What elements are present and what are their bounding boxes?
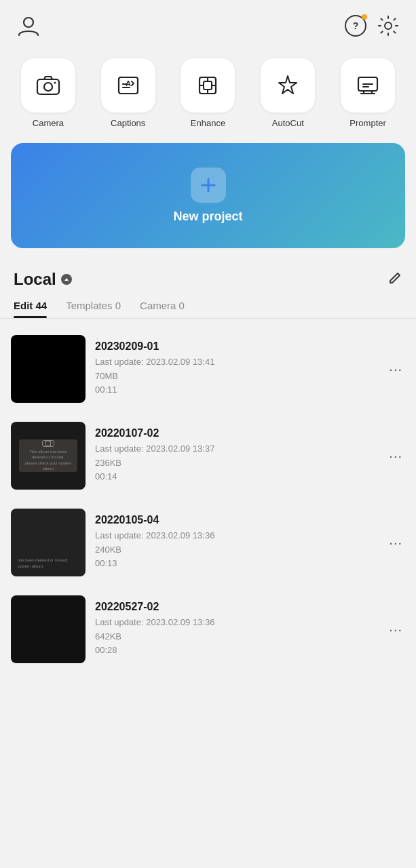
tool-enhance[interactable]: Enhance: [181, 58, 235, 128]
project-size: 642KB: [95, 631, 121, 642]
project-meta: Last update: 2023.02.09 13:41 70MB 00:11: [95, 355, 377, 397]
project-name: 20230209-01: [95, 340, 377, 353]
project-size: 236KB: [95, 458, 121, 468]
project-item[interactable]: 20230209-01 Last update: 2023.02.09 13:4…: [0, 326, 416, 412]
header: ?: [0, 0, 416, 47]
project-last-update: Last update: 2023.02.09 13:36: [95, 530, 214, 540]
project-duration: 00:28: [95, 645, 117, 655]
tab-edit[interactable]: Edit 44: [14, 294, 47, 318]
project-name: 20220107-02: [95, 427, 377, 439]
project-duration: 00:13: [95, 558, 117, 568]
new-project-banner[interactable]: New project: [11, 143, 405, 248]
prompter-icon-box: [341, 58, 395, 113]
project-size: 240KB: [95, 545, 121, 555]
project-list: 20230209-01 Last update: 2023.02.09 13:4…: [0, 321, 416, 677]
svg-point-3: [385, 22, 392, 29]
tab-templates-label: Templates 0: [66, 300, 121, 311]
svg-text:?: ?: [353, 20, 359, 31]
sort-icon[interactable]: [60, 273, 73, 285]
tool-camera[interactable]: Camera: [21, 58, 75, 128]
project-more-button[interactable]: ···: [386, 619, 405, 640]
svg-rect-4: [37, 79, 59, 94]
enhance-label: Enhance: [191, 118, 225, 128]
project-thumbnail: [11, 595, 86, 663]
project-more-button[interactable]: ···: [386, 446, 405, 467]
project-thumbnail: has been deleted or moved, system album.: [11, 509, 86, 576]
prompter-label: Prompter: [349, 118, 385, 128]
project-size: 70MB: [95, 371, 118, 381]
tab-templates[interactable]: Templates 0: [66, 294, 121, 318]
camera-icon-box: [21, 58, 75, 113]
tool-prompter[interactable]: Prompter: [341, 58, 395, 128]
header-right: ?: [344, 14, 400, 40]
avatar-icon[interactable]: [16, 14, 41, 41]
tools-row: Camera A Captions Enhance: [0, 47, 416, 134]
autocut-label: AutoCut: [272, 118, 304, 128]
project-info: 20220527-02 Last update: 2023.02.09 13:3…: [95, 601, 377, 658]
settings-button[interactable]: [377, 14, 400, 40]
project-thumbnail: This album has been deleted or moved,ple…: [11, 422, 86, 490]
project-name: 20220105-04: [95, 514, 377, 526]
project-last-update: Last update: 2023.02.09 13:36: [95, 617, 214, 627]
tool-captions[interactable]: A Captions: [101, 58, 155, 128]
autocut-icon-box: [261, 58, 315, 113]
notification-dot: [362, 14, 367, 20]
svg-point-0: [24, 18, 33, 27]
tool-autocut[interactable]: AutoCut: [261, 58, 315, 128]
project-more-button[interactable]: ···: [386, 359, 405, 380]
project-duration: 00:14: [95, 471, 117, 481]
project-more-button[interactable]: ···: [386, 532, 405, 553]
tab-camera[interactable]: Camera 0: [140, 294, 185, 318]
local-title: Local: [14, 270, 73, 289]
project-duration: 00:11: [95, 384, 117, 395]
project-info: 20220105-04 Last update: 2023.02.09 13:3…: [95, 514, 377, 571]
new-project-label: New project: [173, 210, 242, 224]
svg-point-5: [44, 83, 52, 91]
project-meta: Last update: 2023.02.09 13:37 236KB 00:1…: [95, 442, 377, 484]
captions-label: Captions: [111, 118, 145, 128]
project-item[interactable]: has been deleted or moved, system album.…: [0, 499, 416, 586]
project-info: 20220107-02 Last update: 2023.02.09 13:3…: [95, 427, 377, 484]
new-project-plus-icon: [191, 167, 226, 203]
project-info: 20230209-01 Last update: 2023.02.09 13:4…: [95, 340, 377, 397]
svg-text:A: A: [126, 79, 131, 87]
captions-icon-box: A: [101, 58, 155, 113]
project-meta: Last update: 2023.02.09 13:36 240KB 00:1…: [95, 529, 377, 571]
project-item[interactable]: 20220527-02 Last update: 2023.02.09 13:3…: [0, 586, 416, 673]
project-last-update: Last update: 2023.02.09 13:41: [95, 357, 214, 367]
tab-edit-label: Edit 44: [14, 300, 47, 311]
svg-rect-10: [204, 81, 212, 90]
local-title-text: Local: [14, 270, 56, 289]
help-button[interactable]: ?: [344, 14, 367, 40]
project-thumbnail: [11, 335, 86, 403]
enhance-icon-box: [181, 58, 235, 113]
edit-pencil-button[interactable]: [387, 271, 402, 288]
project-meta: Last update: 2023.02.09 13:36 642KB 00:2…: [95, 616, 377, 658]
project-name: 20220527-02: [95, 601, 377, 613]
camera-label: Camera: [33, 118, 64, 128]
tabs-row: Edit 44 Templates 0 Camera 0: [0, 294, 416, 319]
project-last-update: Last update: 2023.02.09 13:37: [95, 443, 214, 454]
project-item[interactable]: This album has been deleted or moved,ple…: [0, 412, 416, 499]
svg-point-6: [54, 82, 56, 84]
tab-camera-label: Camera 0: [140, 300, 185, 311]
local-header: Local: [0, 258, 416, 294]
